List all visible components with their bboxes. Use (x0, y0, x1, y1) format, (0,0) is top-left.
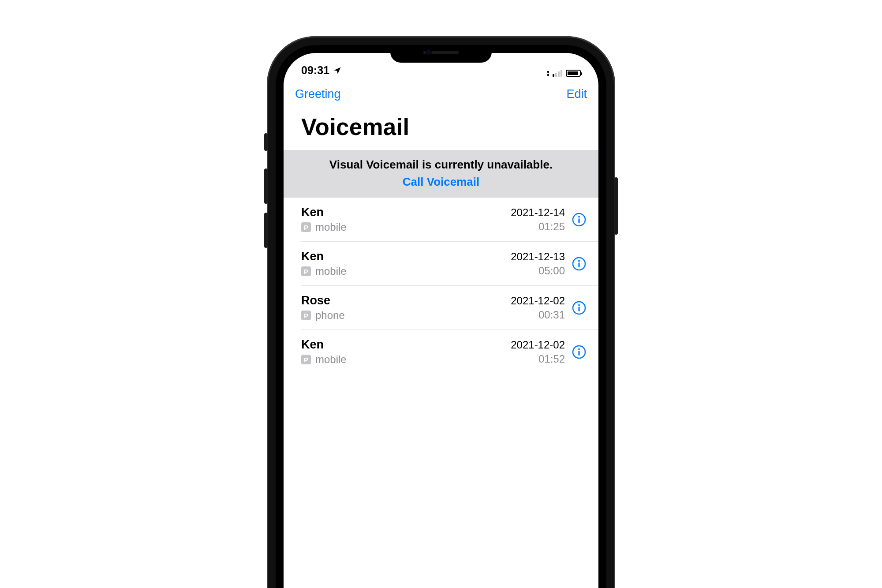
voicemail-duration: 05:00 (538, 265, 565, 277)
svg-point-1 (578, 216, 580, 217)
volume-down-button (264, 213, 268, 248)
greeting-button[interactable]: Greeting (295, 87, 341, 101)
svg-point-4 (578, 260, 580, 262)
voicemail-date: 2021-12-14 (511, 206, 565, 219)
volume-up-button (264, 169, 268, 204)
svg-rect-5 (578, 262, 579, 267)
voicemail-duration: 01:52 (538, 353, 565, 365)
voicemail-row[interactable]: Rose P phone 2021-12-02 00:31 (301, 286, 598, 330)
phone-frame: 09:31 Greeting Edit (267, 36, 615, 588)
status-time: 09:31 (301, 64, 329, 77)
voicemail-list: Ken P mobile 2021-12-14 01:25 (284, 198, 598, 374)
phone-type-label: mobile (315, 353, 347, 366)
mute-switch (264, 133, 268, 151)
nav-bar: Greeting Edit (284, 79, 598, 105)
info-icon (572, 345, 586, 359)
voicemail-row[interactable]: Ken P mobile 2021-12-02 01:52 (301, 330, 598, 374)
caller-name: Ken (301, 250, 505, 263)
status-left: 09:31 (301, 64, 342, 77)
phone-type-label: mobile (315, 221, 347, 233)
phone-type-label: phone (315, 309, 345, 322)
svg-rect-11 (578, 351, 579, 356)
phone-type-badge-icon: P (301, 222, 311, 232)
voicemail-date: 2021-12-02 (511, 339, 565, 351)
cellular-signal-icon (553, 70, 562, 77)
info-icon (572, 213, 586, 227)
voicemail-date: 2021-12-02 (511, 295, 565, 307)
voicemail-duration: 00:31 (538, 309, 565, 321)
voicemail-row[interactable]: Ken P mobile 2021-12-13 05:00 (301, 242, 598, 286)
svg-point-10 (578, 348, 580, 350)
screen: 09:31 Greeting Edit (284, 53, 598, 588)
caller-name: Ken (301, 206, 505, 219)
phone-bezel: 09:31 Greeting Edit (276, 45, 606, 588)
phone-type-badge-icon: P (301, 266, 311, 276)
edit-button[interactable]: Edit (566, 87, 587, 101)
caller-name: Ken (301, 338, 505, 352)
display-notch (390, 45, 492, 63)
caller-name: Rose (301, 294, 505, 307)
unavailable-banner: Visual Voicemail is currently unavailabl… (284, 150, 598, 198)
svg-rect-8 (578, 307, 579, 311)
phone-type-label: mobile (315, 265, 347, 277)
page-title: Voicemail (284, 105, 598, 150)
info-icon (572, 301, 586, 315)
call-voicemail-link[interactable]: Call Voicemail (292, 175, 590, 189)
battery-icon (566, 70, 581, 77)
side-button (614, 177, 618, 235)
info-button[interactable] (571, 300, 587, 316)
location-services-icon (333, 66, 342, 75)
voicemail-date: 2021-12-13 (511, 251, 565, 263)
info-button[interactable] (571, 212, 587, 228)
info-icon (572, 257, 586, 271)
voicemail-row[interactable]: Ken P mobile 2021-12-14 01:25 (301, 198, 598, 242)
svg-point-7 (578, 304, 580, 306)
info-button[interactable] (571, 344, 587, 360)
svg-rect-2 (578, 218, 579, 223)
phone-type-badge-icon: P (301, 311, 311, 320)
status-right (547, 70, 581, 77)
banner-message: Visual Voicemail is currently unavailabl… (292, 158, 590, 172)
phone-type-badge-icon: P (301, 355, 311, 364)
info-button[interactable] (571, 256, 587, 272)
dual-sim-icon (547, 70, 549, 77)
voicemail-duration: 01:25 (538, 221, 565, 233)
